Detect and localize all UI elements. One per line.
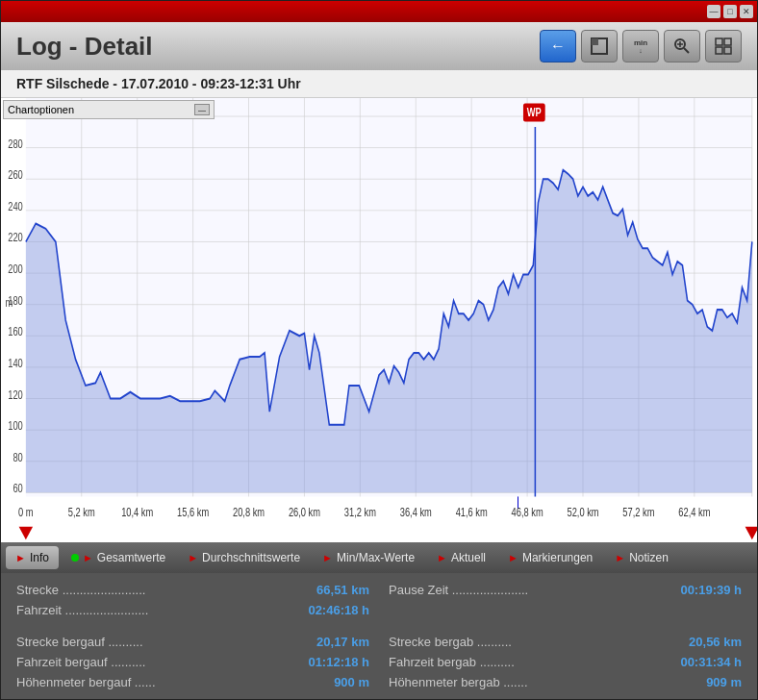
hoehenmeter-bergauf-row: Höhenmeter bergauf ...... 900 m: [16, 675, 369, 689]
svg-text:260: 260: [8, 168, 23, 182]
svg-text:200: 200: [8, 262, 23, 276]
subtitle-text: RTF Silschede - 17.07.2010 - 09:23-12:31…: [16, 76, 301, 91]
info-panel: Strecke ........................ 66,51 k…: [1, 573, 757, 699]
svg-text:15,6 km: 15,6 km: [177, 506, 209, 519]
svg-text:36,4 km: 36,4 km: [400, 506, 432, 519]
svg-marker-67: [19, 527, 33, 540]
subtitle-bar: RTF Silschede - 17.07.2010 - 09:23-12:31…: [1, 70, 757, 98]
svg-text:31,2 km: 31,2 km: [344, 506, 376, 519]
svg-text:140: 140: [8, 357, 23, 370]
tab-minmax[interactable]: ► Min/Max-Werte: [313, 546, 424, 569]
fahrzeit-value: 02:46:18 h: [308, 603, 369, 617]
svg-text:57,2 km: 57,2 km: [622, 506, 654, 519]
svg-text:120: 120: [8, 388, 23, 401]
chart-minimize-btn[interactable]: —: [194, 104, 210, 115]
svg-text:80: 80: [13, 450, 22, 463]
elevation-chart: 60 80 100 120 140 160 180 200 220 240 26…: [1, 98, 757, 542]
hoehenmeter-bergauf-label: Höhenmeter bergauf ......: [16, 675, 330, 689]
tab-durchschnittswerte-label: Durchschnittswerte: [202, 551, 300, 564]
fahrzeit-bergab-label: Fahrzeit bergab ..........: [389, 655, 676, 669]
strecke-bergab-row: Strecke bergab .......... 20,56 km: [389, 635, 742, 649]
page-title: Log - Detail: [16, 32, 153, 62]
tab-durchschnittswerte-arrow: ►: [188, 552, 198, 563]
window-controls: — □ ✕: [707, 5, 753, 18]
svg-rect-9: [724, 47, 731, 54]
svg-text:60: 60: [13, 482, 22, 495]
svg-rect-8: [716, 47, 722, 54]
main-window: — □ ✕ Log - Detail ← min ↓ RTF Silschede: [0, 0, 758, 700]
strecke-label: Strecke ........................: [16, 583, 313, 597]
chart-area: Chartoptionen — WP 60 80 100 120 140 160…: [1, 98, 757, 542]
svg-text:52,0 km: 52,0 km: [567, 506, 598, 519]
view-button[interactable]: [581, 30, 618, 62]
strecke-bergauf-label: Strecke bergauf ..........: [16, 635, 313, 649]
svg-rect-7: [724, 38, 731, 45]
hoehenmeter-bergauf-value: 900 m: [334, 675, 369, 689]
svg-text:240: 240: [8, 200, 23, 213]
svg-text:100: 100: [8, 419, 23, 433]
header: Log - Detail ← min ↓: [1, 22, 757, 70]
fahrzeit-bergab-value: 00:31:34 h: [680, 655, 742, 669]
hoehenmeter-bergab-row: Höhenmeter bergab ....... 909 m: [389, 675, 742, 689]
pause-zeit-value: 00:19:39 h: [680, 583, 742, 597]
grid-button[interactable]: [705, 30, 742, 62]
strecke-bergab-value: 20,56 km: [689, 635, 742, 649]
strecke-value: 66,51 km: [316, 583, 369, 597]
spacer1: [16, 623, 369, 629]
close-window-btn[interactable]: ✕: [740, 5, 753, 18]
tab-markierungen[interactable]: ► Markierungen: [498, 546, 602, 569]
minimize-window-btn[interactable]: —: [707, 5, 720, 18]
tab-notizen-label: Notizen: [629, 551, 669, 564]
svg-text:5,2 km: 5,2 km: [68, 506, 95, 519]
svg-marker-68: [745, 527, 757, 540]
tab-markierungen-label: Markierungen: [522, 551, 593, 564]
spacer2: [389, 623, 742, 629]
fahrzeit-bergab-row: Fahrzeit bergab .......... 00:31:34 h: [389, 655, 742, 669]
svg-text:20,8 km: 20,8 km: [233, 506, 265, 519]
svg-text:41,6 km: 41,6 km: [456, 506, 488, 519]
svg-text:m: m: [5, 296, 13, 310]
tab-aktuell-label: Aktuell: [451, 551, 486, 564]
tab-info-label: Info: [30, 551, 49, 564]
chart-options-label: Chartoptionen: [8, 104, 194, 115]
empty-row: [389, 603, 742, 617]
tab-aktuell-arrow: ►: [437, 552, 447, 563]
fahrzeit-bergauf-label: Fahrzeit bergauf ..........: [16, 655, 304, 669]
hoehenmeter-bergab-label: Höhenmeter bergab .......: [389, 675, 702, 689]
svg-text:10,4 km: 10,4 km: [121, 506, 153, 519]
svg-line-3: [684, 48, 689, 53]
tab-gesamtwerte-arrow: ►: [83, 552, 93, 563]
svg-text:160: 160: [8, 325, 23, 338]
tab-markierungen-arrow: ►: [508, 552, 518, 563]
tab-gesamtwerte-label: Gesamtwerte: [97, 551, 165, 564]
fahrzeit-bergauf-value: 01:12:18 h: [308, 655, 369, 669]
tab-gesamtwerte[interactable]: ► Gesamtwerte: [62, 546, 175, 569]
tab-info-arrow: ►: [15, 552, 26, 563]
strecke-bergauf-value: 20,17 km: [316, 635, 369, 649]
tab-notizen[interactable]: ► Notizen: [605, 546, 678, 569]
zoom-button[interactable]: [664, 30, 700, 62]
back-button[interactable]: ←: [540, 30, 576, 62]
tab-durchschnittswerte[interactable]: ► Durchschnittswerte: [178, 546, 310, 569]
svg-rect-1: [592, 38, 598, 45]
fahrzeit-row: Fahrzeit ........................ 02:46:…: [16, 603, 369, 617]
tab-minmax-arrow: ►: [322, 552, 333, 563]
tabs-bar: ► Info ► Gesamtwerte ► Durchschnittswert…: [1, 542, 757, 573]
min-button[interactable]: min ↓: [622, 30, 659, 62]
tab-info[interactable]: ► Info: [6, 546, 59, 569]
svg-text:0 m: 0 m: [18, 506, 34, 519]
svg-text:280: 280: [8, 137, 23, 150]
fahrzeit-label: Fahrzeit ........................: [16, 603, 304, 617]
title-bar: — □ ✕: [1, 1, 757, 22]
maximize-window-btn[interactable]: □: [723, 5, 737, 18]
pause-zeit-label: Pause Zeit ......................: [389, 583, 676, 597]
strecke-bergab-label: Strecke bergab ..........: [389, 635, 685, 649]
tab-aktuell[interactable]: ► Aktuell: [427, 546, 495, 569]
hoehenmeter-bergab-value: 909 m: [706, 675, 742, 689]
tab-notizen-arrow: ►: [615, 552, 625, 563]
pause-zeit-row: Pause Zeit ...................... 00:19:…: [389, 583, 742, 597]
chart-options-bar: Chartoptionen —: [3, 100, 215, 119]
svg-text:46,8 km: 46,8 km: [512, 506, 543, 519]
fahrzeit-bergauf-row: Fahrzeit bergauf .......... 01:12:18 h: [16, 655, 369, 669]
header-toolbar: ← min ↓: [540, 30, 742, 62]
